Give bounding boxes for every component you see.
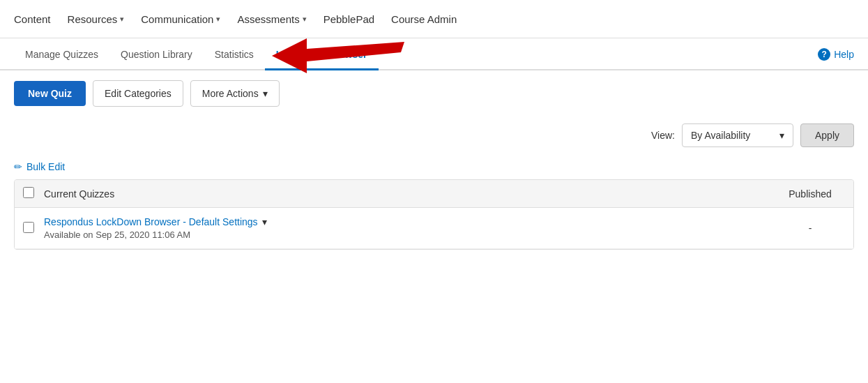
apply-button[interactable]: Apply <box>800 123 854 147</box>
tab-lockdown-browser[interactable]: LockDown Browser <box>265 39 379 70</box>
quiz-title-link[interactable]: Respondus LockDown Browser - Default Set… <box>44 216 775 227</box>
row-select-checkbox[interactable] <box>23 222 34 233</box>
tabs-bar: Manage Quizzes Question Library Statisti… <box>0 38 868 70</box>
tab-statistics[interactable]: Statistics <box>204 39 265 70</box>
view-select-dropdown[interactable]: By Availability ▾ <box>682 123 793 147</box>
help-icon: ? <box>818 48 830 61</box>
chevron-down-icon: ▾ <box>779 130 784 141</box>
row-published-status: - <box>775 223 845 234</box>
tab-question-library[interactable]: Question Library <box>109 39 204 70</box>
nav-course-admin[interactable]: Course Admin <box>391 13 457 25</box>
more-actions-button[interactable]: More Actions ▾ <box>190 80 280 107</box>
toolbar: New Quiz Edit Categories More Actions ▾ <box>0 70 868 117</box>
table-row: Respondus LockDown Browser - Default Set… <box>15 208 853 249</box>
chevron-down-icon: ▾ <box>120 15 124 24</box>
nav-pebblepad[interactable]: PebblePad <box>323 13 374 25</box>
table-header: Current Quizzes Published <box>15 180 853 208</box>
new-quiz-button[interactable]: New Quiz <box>14 81 86 106</box>
nav-resources[interactable]: Resources ▾ <box>68 13 125 25</box>
select-all-checkbox[interactable] <box>23 187 34 198</box>
nav-assessments[interactable]: Assessments ▾ <box>237 13 306 25</box>
nav-communication[interactable]: Communication ▾ <box>141 13 220 25</box>
pencil-icon: ✏ <box>14 161 22 172</box>
edit-categories-button[interactable]: Edit Categories <box>93 80 183 107</box>
view-filter: View: By Availability ▾ Apply <box>0 117 868 154</box>
chevron-down-icon: ▾ <box>303 15 307 24</box>
quiz-table: Current Quizzes Published Respondus Lock… <box>14 179 854 250</box>
chevron-down-icon: ▾ <box>262 216 267 227</box>
tabs-wrapper: Manage Quizzes Question Library Statisti… <box>0 38 868 70</box>
help-button[interactable]: ? Help <box>818 38 854 69</box>
nav-content[interactable]: Content <box>14 13 51 25</box>
column-header-published: Published <box>775 188 845 200</box>
top-navigation: Content Resources ▾ Communication ▾ Asse… <box>0 0 868 38</box>
tab-manage-quizzes[interactable]: Manage Quizzes <box>14 39 109 70</box>
quiz-availability: Available on Sep 25, 2020 11:06 AM <box>44 230 775 240</box>
row-checkbox-cell <box>23 222 44 235</box>
bulk-edit-row: ✏ Bulk Edit <box>0 154 868 179</box>
row-content: Respondus LockDown Browser - Default Set… <box>44 216 775 240</box>
bulk-edit-button[interactable]: Bulk Edit <box>26 161 65 172</box>
header-checkbox-cell <box>23 187 44 200</box>
column-header-title: Current Quizzes <box>44 188 775 200</box>
view-label: View: <box>651 130 675 141</box>
chevron-down-icon: ▾ <box>216 15 220 24</box>
chevron-down-icon: ▾ <box>263 88 268 99</box>
